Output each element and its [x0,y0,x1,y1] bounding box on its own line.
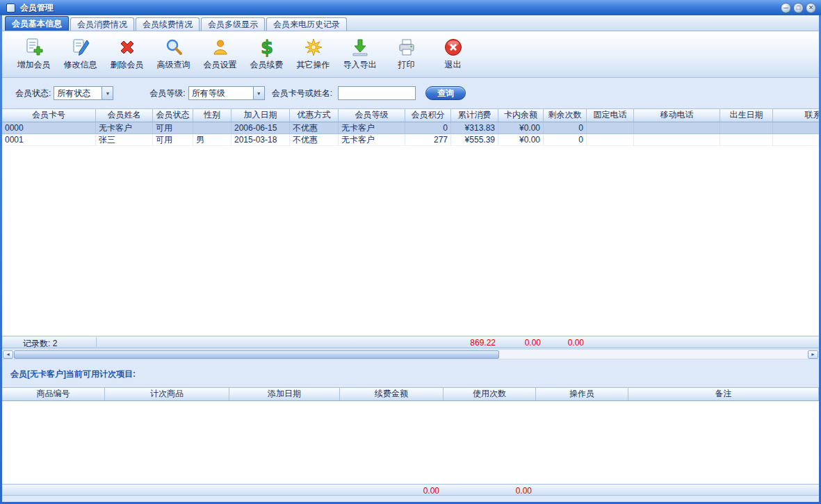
table-cell: 无卡客户 [96,122,153,134]
use-times-sum: 0.00 [516,486,532,496]
tab-4[interactable]: 会员多级显示 [201,17,265,31]
exit-button[interactable]: 退出 [430,34,476,74]
table-row[interactable]: 0001张三可用男2015-03-18不优惠无卡客户277¥555.39¥0.0… [2,134,819,146]
column-header[interactable]: 使用次数 [444,388,536,400]
window-controls: ─ □ ✕ [781,3,816,13]
toolbar-button-label: 会员续费 [250,59,284,71]
column-header[interactable]: 商品编号 [2,388,105,400]
column-header[interactable]: 续费金额 [340,388,444,400]
table-cell: 不优惠 [290,134,339,146]
table-cell: ¥313.83 [451,122,498,134]
scroll-right-arrow-icon[interactable]: ► [808,350,818,359]
column-header[interactable]: 出生日期 [720,109,773,122]
table-cell: 无卡客户 [339,134,405,146]
print-icon [397,38,416,57]
tab-bar: 会员基本信息会员消费情况会员续费情况会员多级显示会员来电历史记录 [2,15,819,31]
member-settings-button[interactable]: 会员设置 [197,34,243,74]
chevron-down-icon[interactable]: ▼ [101,87,113,99]
summary-divider [96,337,97,347]
table-cell: 0000 [2,122,96,134]
filter-bar: 会员状态: 所有状态 ▼ 会员等级: 所有等级 ▼ 会员卡号或姓名: 查询 [2,78,819,108]
close-button[interactable]: ✕ [806,3,816,13]
tab-3[interactable]: 会员续费情况 [136,17,200,31]
print-button[interactable]: 打印 [383,34,430,74]
table-cell: 张三 [96,134,153,146]
column-header[interactable]: 优惠方式 [290,109,339,122]
search-input[interactable] [338,86,416,100]
toolbar-button-label: 高级查询 [157,59,190,71]
toolbar-button-label: 增加会员 [17,59,51,71]
advanced-query-icon [164,38,184,57]
column-header[interactable]: 移动电话 [634,109,720,122]
advanced-query-button[interactable]: 高级查询 [150,34,197,74]
column-header[interactable]: 备注 [628,388,819,400]
client-area: 会员基本信息会员消费情况会员续费情况会员多级显示会员来电历史记录 增加会员修改信… [2,15,819,502]
table-cell: 无卡客户 [339,122,405,134]
column-header[interactable]: 添加日期 [229,388,340,400]
remaining-times-sum: 0.00 [568,338,584,348]
column-header[interactable]: 加入日期 [231,109,290,122]
column-header[interactable]: 会员状态 [153,109,193,122]
app-window: 会员管理 ─ □ ✕ 会员基本信息会员消费情况会员续费情况会员多级显示会员来电历… [0,0,821,504]
search-label: 会员卡号或姓名: [272,88,332,99]
toolbar-button-label: 删除会员 [111,59,144,71]
table-cell [773,134,819,146]
section-title: 会员[无卡客户]当前可用计次项目: [10,361,136,387]
table-cell [587,122,634,134]
column-header[interactable]: 会员卡号 [2,109,96,122]
table-cell [720,134,773,146]
add-member-icon [24,38,44,57]
table-cell [773,122,819,134]
add-member-button[interactable]: 增加会员 [10,34,57,74]
record-count-label: 记录数: 2 [23,338,57,350]
table-cell: 277 [405,134,451,146]
column-header[interactable]: 固定电话 [587,109,634,122]
column-header[interactable]: 累计消费 [451,109,498,122]
column-header[interactable]: 会员姓名 [96,109,153,122]
tab-1[interactable]: 会员基本信息 [5,16,69,31]
column-header[interactable]: 剩余次数 [544,109,587,122]
column-header[interactable]: 计次商品 [105,388,229,400]
column-header[interactable]: 卡内余额 [498,109,544,122]
horizontal-scrollbar[interactable]: ◄ ► [2,349,819,359]
tab-2[interactable]: 会员消费情况 [70,17,134,31]
column-header[interactable]: 操作员 [536,388,628,400]
maximize-button[interactable]: □ [793,3,804,13]
table-cell: ¥555.39 [451,134,498,146]
table-cell: 可用 [153,122,193,134]
table-cell [193,122,231,134]
column-header[interactable]: 联系地址 [773,109,819,122]
delete-member-button[interactable]: 删除会员 [104,34,150,74]
table-row[interactable]: 0000无卡客户可用2006-06-15不优惠无卡客户0¥313.83¥0.00… [2,122,819,134]
level-filter-label: 会员等级: [149,88,185,99]
import-export-button[interactable]: 导入导出 [336,34,383,74]
items-table: 商品编号计次商品添加日期续费金额使用次数操作员备注 [2,387,819,484]
edit-info-button[interactable]: 修改信息 [57,34,104,74]
scrollbar-thumb[interactable] [14,350,499,359]
table-cell: 2006-06-15 [231,122,290,134]
status-filter-label: 会员状态: [15,88,51,99]
tab-5[interactable]: 会员来电历史记录 [266,17,347,31]
level-select[interactable]: 所有等级 ▼ [188,86,265,100]
column-header[interactable]: 性别 [193,109,231,122]
table-cell: 不优惠 [290,122,339,134]
query-button[interactable]: 查询 [425,86,466,100]
toolbar-button-label: 退出 [445,59,462,71]
column-header[interactable]: 会员积分 [405,109,451,122]
table-cell: 男 [193,134,231,146]
minimize-button[interactable]: ─ [781,3,791,13]
column-header[interactable]: 会员等级 [339,109,405,122]
scroll-left-arrow-icon[interactable]: ◄ [3,350,13,359]
status-select-value: 所有状态 [54,87,101,99]
status-select[interactable]: 所有状态 ▼ [54,86,113,100]
titlebar: 会员管理 ─ □ ✕ [0,0,821,15]
member-table: 会员卡号会员姓名会员状态性别加入日期优惠方式会员等级会员积分累计消费卡内余额剩余… [2,108,819,336]
renew-amount-sum: 0.00 [423,486,439,496]
chevron-down-icon[interactable]: ▼ [253,87,264,99]
member-renew-button[interactable]: $会员续费 [243,34,290,74]
table-cell: 0 [544,134,587,146]
other-actions-button[interactable]: 其它操作 [290,34,336,74]
items-summary-bar: 0.00 0.00 [2,484,819,496]
member-settings-icon [211,38,230,57]
app-icon[interactable] [6,3,15,13]
